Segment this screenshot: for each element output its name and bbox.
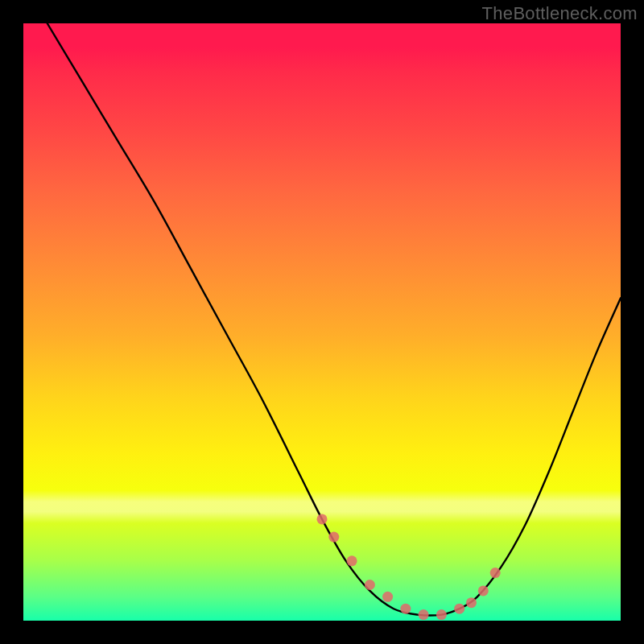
sweet-spot-marker [490, 568, 501, 578]
sweet-spot-marker [419, 609, 429, 620]
plot-area [23, 23, 621, 621]
chart-frame: TheBottleneck.com [0, 0, 644, 644]
sweet-spot-marker [478, 585, 489, 596]
sweet-spot-marker [466, 597, 477, 608]
watermark-text: TheBottleneck.com [482, 3, 638, 24]
sweet-spot-marker [454, 604, 464, 614]
sweet-spot-marker [365, 580, 375, 590]
bottleneck-curve-path [47, 23, 621, 616]
bottleneck-curve-svg [23, 23, 621, 621]
sweet-spot-marker-group [317, 514, 501, 620]
sweet-spot-marker [317, 514, 328, 524]
sweet-spot-marker [328, 532, 339, 543]
sweet-spot-marker [347, 555, 357, 566]
sweet-spot-marker [436, 609, 447, 620]
sweet-spot-marker [382, 592, 393, 602]
sweet-spot-marker [400, 604, 411, 614]
